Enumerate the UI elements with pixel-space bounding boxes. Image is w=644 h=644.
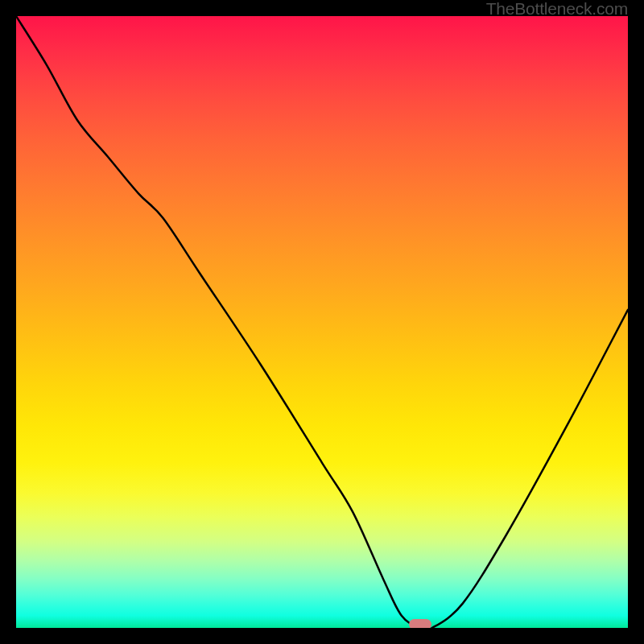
optimal-marker (409, 619, 431, 630)
chart-container (14, 14, 630, 630)
watermark-text: TheBottleneck.com (486, 0, 628, 19)
bottleneck-curve (16, 16, 628, 628)
